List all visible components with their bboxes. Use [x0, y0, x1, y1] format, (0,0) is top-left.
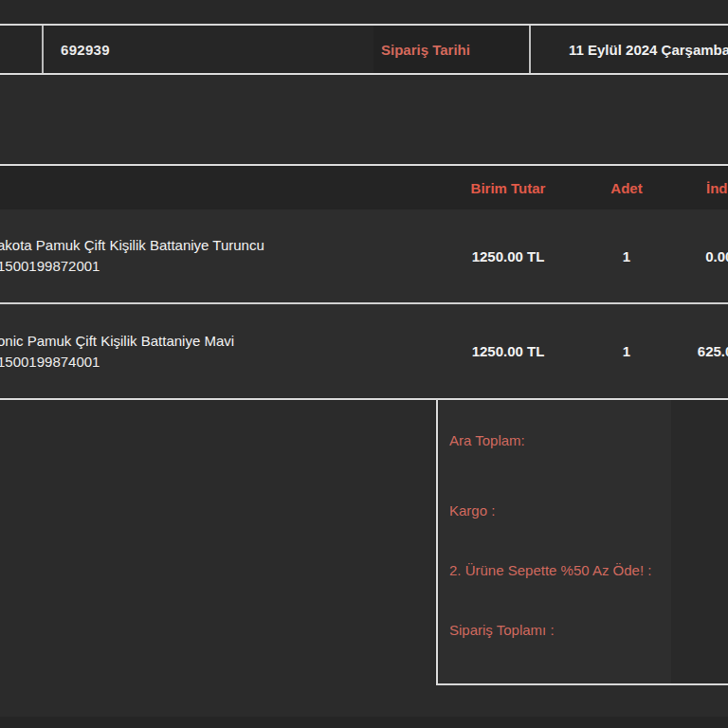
order-number: 692939 [44, 26, 373, 73]
items-table-body: akota Pamuk Çift Kişilik Battaniye Turun… [0, 209, 728, 398]
order-date-label: Sipariş Tarihi [373, 26, 529, 73]
summary-values-column [671, 400, 728, 683]
product-barcode: 1500199872001 [0, 256, 431, 277]
discount-value: 0.00 TL [668, 248, 728, 264]
unit-price-value: 1250.00 TL [431, 343, 585, 359]
order-summary-box: Ara Toplam: Kargo : 2. Ürüne Sepette %50… [436, 400, 728, 685]
order-bar-spacer-cell [0, 26, 44, 73]
order-total-label: Sipariş Toplamı : [449, 620, 671, 641]
bottom-divider-strip [0, 717, 728, 728]
order-header-bar: 692939 Sipariş Tarihi 11 Eylül 2024 Çarş… [0, 26, 728, 75]
discount-value: 625.00 TL [668, 343, 728, 359]
column-header-discount: İndirim [668, 180, 728, 196]
product-barcode: 1500199874001 [0, 352, 431, 373]
subtotal-label: Ara Toplam: [449, 430, 671, 451]
product-cell: akota Pamuk Çift Kişilik Battaniye Turun… [0, 235, 431, 277]
unit-price-value: 1250.00 TL [431, 248, 585, 264]
table-row[interactable]: onic Pamuk Çift Kişilik Battaniye Mavi 1… [0, 304, 728, 398]
table-row[interactable]: akota Pamuk Çift Kişilik Battaniye Turun… [0, 209, 728, 302]
shipping-label: Kargo : [449, 500, 671, 521]
top-divider-strip [0, 0, 728, 26]
column-header-quantity: Adet [585, 180, 668, 196]
column-header-unit-price: Birim Tutar [431, 180, 585, 196]
order-date-value: 11 Eylül 2024 Çarşamba [529, 26, 728, 73]
order-items-table: Birim Tutar Adet İndirim akota Pamuk Çif… [0, 164, 728, 400]
quantity-value: 1 [585, 343, 668, 359]
product-name: onic Pamuk Çift Kişilik Battaniye Mavi [0, 331, 431, 352]
product-name: akota Pamuk Çift Kişilik Battaniye Turun… [0, 235, 431, 256]
product-cell: onic Pamuk Çift Kişilik Battaniye Mavi 1… [0, 331, 431, 373]
summary-labels-column: Ara Toplam: Kargo : 2. Ürüne Sepette %50… [438, 400, 671, 683]
quantity-value: 1 [585, 248, 668, 264]
cart-discount-label: 2. Ürüne Sepette %50 Az Öde! : [449, 559, 663, 582]
items-table-header-row: Birim Tutar Adet İndirim [0, 166, 728, 209]
